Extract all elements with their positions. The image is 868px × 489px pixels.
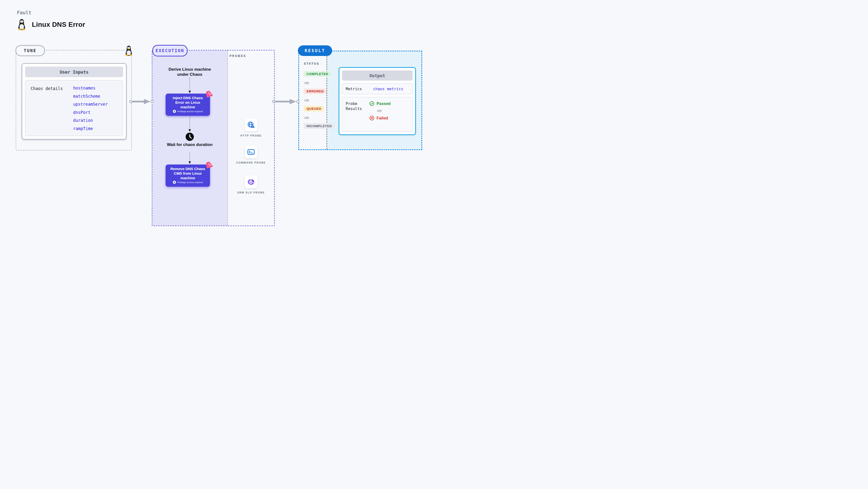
- or-separator: OR: [304, 99, 309, 102]
- flow-connector-3: [188, 153, 192, 164]
- tune-section-label: TUNE: [16, 45, 45, 56]
- status-badge-errored: ERRORED: [304, 89, 327, 94]
- globe-alert-icon: [247, 121, 255, 129]
- failed-row: Failed: [369, 116, 391, 121]
- user-inputs-card: User Inputs Chaos details hostnames matc…: [22, 63, 126, 139]
- diagram-canvas: Fault Linux DNS Error TUNE User Inputs C…: [0, 0, 434, 244]
- page-kicker: Fault: [17, 10, 31, 15]
- probes-divider: [227, 51, 228, 226]
- chaos-metrics-link[interactable]: chaos metrics: [373, 87, 403, 91]
- input-link-matchscheme[interactable]: matchScheme: [73, 94, 107, 99]
- lock-icon: [173, 181, 176, 184]
- result-divider: [327, 52, 327, 149]
- output-card: Output Metrics chaos metrics Probe Resul…: [339, 67, 416, 135]
- remove-node-title: Remove DNS Chaos CMD from Linux machine: [168, 166, 207, 180]
- srm-slo-probe-label: SRM SLO PROBE: [235, 191, 267, 194]
- tune-to-execution-arrow: [129, 98, 154, 105]
- input-link-upstreamserver[interactable]: upstreamServer: [73, 102, 107, 107]
- flow-connector-1: [188, 77, 192, 93]
- privilege-note: Privilege access required: [177, 110, 203, 113]
- input-link-hostnames[interactable]: hostnames: [73, 86, 107, 91]
- page-header: Linux DNS Error: [17, 19, 85, 30]
- or-separator: OR: [377, 109, 391, 113]
- chaos-fault-icon: [206, 161, 213, 169]
- check-circle-icon: [369, 101, 374, 106]
- chaos-input-list: hostnames matchScheme upstreamServer dns…: [73, 86, 107, 131]
- metrics-row: Metrics chaos metrics: [342, 83, 412, 94]
- http-probe-label: HTTP PROBE: [235, 134, 267, 137]
- http-probe-card[interactable]: [245, 119, 257, 131]
- status-column-label: STATUS: [304, 62, 319, 65]
- user-inputs-title: User Inputs: [25, 67, 123, 77]
- srm-slo-probe-card[interactable]: [245, 175, 257, 188]
- metrics-label: Metrics: [346, 87, 362, 91]
- execution-section: Derive Linux machine under Chaos Inject …: [152, 50, 275, 226]
- probes-column-label: PROBES: [229, 54, 246, 58]
- probe-results-values: Passed OR Failed: [369, 101, 391, 121]
- execution-to-result-arrow: [272, 98, 300, 105]
- x-circle-icon: [369, 116, 374, 121]
- tux-penguin-icon: [17, 19, 27, 30]
- remove-dns-chaos-node[interactable]: Remove DNS Chaos CMD from Linux machine …: [165, 165, 210, 187]
- command-probe-label: COMMAND PROBE: [235, 161, 267, 165]
- passed-label: Passed: [377, 101, 391, 106]
- chaos-fault-icon: [206, 90, 213, 98]
- slo-donut-icon: [247, 178, 255, 186]
- result-section-label: RESULT: [298, 45, 332, 56]
- inject-dns-chaos-node[interactable]: Inject DNS Chaos Error on Linux machine …: [165, 94, 210, 116]
- lock-icon: [173, 110, 176, 113]
- tux-penguin-icon-small: [124, 45, 133, 56]
- input-link-duration[interactable]: duration: [73, 118, 107, 123]
- privilege-note: Privilege access required: [177, 181, 203, 184]
- privilege-row: Privilege access required: [168, 181, 207, 184]
- terminal-icon: [247, 148, 255, 156]
- probe-results-label: Probe Results: [346, 101, 366, 111]
- input-link-dnsport[interactable]: dnsPort: [73, 110, 107, 115]
- page-title: Linux DNS Error: [32, 21, 85, 29]
- failed-label: Failed: [377, 116, 388, 120]
- status-badge-queued: QUEUED: [304, 106, 324, 111]
- execution-section-label: EXECUTION: [152, 45, 188, 57]
- output-card-title: Output: [342, 70, 412, 80]
- wait-clock-icon: [186, 133, 194, 141]
- inject-node-title: Inject DNS Chaos Error on Linux machine: [168, 96, 207, 109]
- probe-results-row: Probe Results Passed OR: [342, 97, 412, 132]
- status-badge-completed: COMPLETED: [304, 71, 331, 77]
- step-derive-label: Derive Linux machine under Chaos: [163, 67, 216, 77]
- user-inputs-body: Chaos details hostnames matchScheme upst…: [25, 80, 123, 136]
- chaos-details-label: Chaos details: [31, 86, 73, 131]
- or-separator: OR: [304, 81, 309, 85]
- input-link-ramptime[interactable]: rampTime: [73, 126, 107, 131]
- privilege-row: Privilege access required: [168, 110, 207, 113]
- passed-row: Passed: [369, 101, 391, 106]
- result-section: STATUS COMPLETED OR ERRORED OR QUEUED OR…: [298, 51, 422, 150]
- flow-connector-2: [188, 117, 192, 132]
- step-wait-label: Wait for chaos duration: [165, 142, 214, 147]
- command-probe-card[interactable]: [245, 145, 257, 159]
- status-badge-incompleted: INCOMPLETED: [304, 123, 335, 129]
- or-separator: OR: [304, 116, 309, 120]
